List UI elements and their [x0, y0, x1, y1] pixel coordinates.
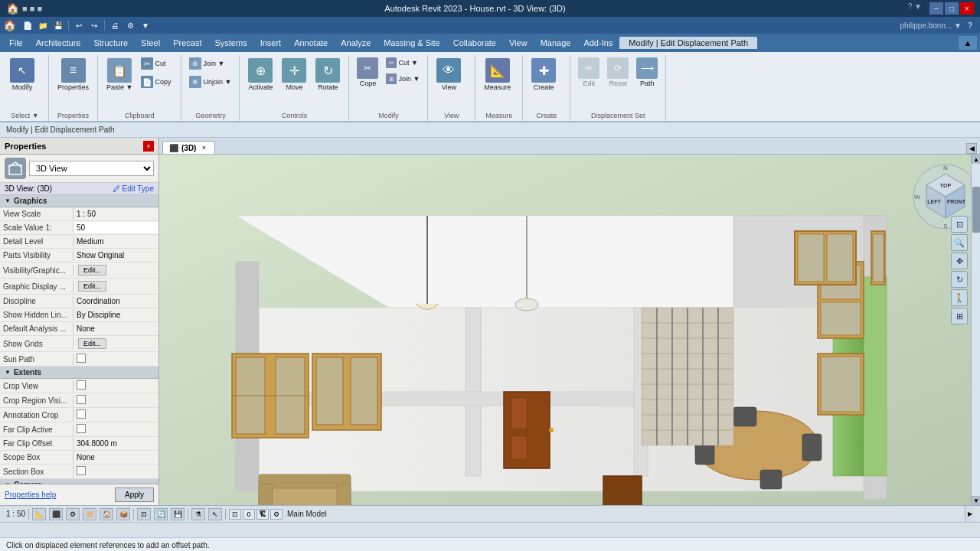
- ribbon-group-properties: ≡ Properties Properties: [51, 55, 98, 121]
- panel-collapse-button[interactable]: ◀: [966, 143, 977, 154]
- far-clip-active-checkbox[interactable]: [77, 424, 86, 433]
- minimize-button[interactable]: −: [929, 2, 943, 15]
- status-0-btn[interactable]: 0: [243, 509, 255, 520]
- qa-print[interactable]: 🖨: [108, 18, 122, 32]
- menu-manage[interactable]: Manage: [534, 37, 577, 49]
- status-workset-btn[interactable]: ⊡: [229, 509, 241, 520]
- menu-architecture[interactable]: Architecture: [30, 37, 87, 49]
- menu-insert[interactable]: Insert: [254, 37, 288, 49]
- properties-table: ▼ Graphics View Scale 1 : 50 Scale Value…: [0, 195, 158, 484]
- status-crop-btn[interactable]: 🏠: [100, 508, 113, 520]
- qa-new[interactable]: 📄: [21, 18, 34, 32]
- qa-redo[interactable]: ↪: [87, 18, 101, 32]
- svg-rect-49: [821, 357, 861, 412]
- edit-displacement-button[interactable]: ✏ Edit: [575, 55, 603, 90]
- menu-addins[interactable]: Add-Ins: [577, 37, 619, 49]
- menu-modify-active[interactable]: Modify | Edit Displacement Path: [619, 37, 757, 49]
- graphic-display-edit-button[interactable]: Edit...: [78, 281, 106, 292]
- viewcube[interactable]: N S E W TOP FRONT LEFT: [911, 162, 972, 223]
- scroll-down-button[interactable]: ▼: [972, 496, 980, 505]
- zoom-fit-button[interactable]: ⊡: [951, 216, 968, 233]
- copy-button[interactable]: 📄 Copy: [138, 73, 176, 90]
- scroll-thumb-v[interactable]: [972, 187, 980, 233]
- orbit-button[interactable]: ↻: [951, 271, 968, 288]
- status-model-btn[interactable]: 📐: [32, 508, 46, 520]
- status-model-icon[interactable]: 🏗: [256, 509, 269, 520]
- properties-close-button[interactable]: ×: [143, 141, 154, 152]
- status-design-icon[interactable]: ⚙: [270, 509, 283, 520]
- main-area: Properties × 3D View 3D View: (3D) 🖉 Edi…: [0, 138, 980, 505]
- crop-region-checkbox[interactable]: [77, 395, 86, 404]
- qa-settings[interactable]: ⚙: [123, 18, 137, 32]
- visibility-edit-button[interactable]: Edit...: [78, 265, 106, 276]
- cut-ribbon-button[interactable]: ✂ Cut ▼: [383, 55, 423, 70]
- viewport[interactable]: N S E W TOP FRONT LEFT ⊡: [159, 155, 980, 505]
- properties-ribbon-button[interactable]: ≡ Properties: [54, 55, 93, 94]
- status-filter-btn[interactable]: ⚗: [191, 508, 205, 520]
- menu-precast[interactable]: Precast: [167, 37, 207, 49]
- paste-button[interactable]: 📋 Paste ▼: [103, 55, 136, 94]
- zoom-in-button[interactable]: 🔍: [951, 234, 968, 251]
- menu-collaborate[interactable]: Collaborate: [447, 37, 502, 49]
- activate-button[interactable]: ⊕ Activate: [244, 55, 276, 94]
- scroll-track-v: [972, 164, 980, 496]
- prop-view-scale: View Scale 1 : 50: [0, 207, 158, 221]
- qa-help[interactable]: ?: [963, 18, 977, 32]
- viewport-scrollbar-v[interactable]: ▲ ▼: [971, 155, 980, 505]
- reset-displacement-button[interactable]: ⟳ Reset: [604, 55, 632, 90]
- status-select-btn[interactable]: ↖: [208, 508, 222, 520]
- status-render-btn[interactable]: 🔆: [83, 508, 96, 520]
- rotate-button[interactable]: ↻ Rotate: [312, 55, 344, 94]
- view-tab-3d[interactable]: ⬛ (3D) ×: [162, 141, 215, 154]
- status-sync-btn[interactable]: 🔄: [154, 508, 168, 520]
- section-box-checkbox[interactable]: [77, 466, 86, 475]
- join-ribbon-button[interactable]: ⊞ Join ▼: [383, 71, 423, 86]
- menu-massing[interactable]: Massing & Site: [377, 37, 446, 49]
- close-button[interactable]: ×: [960, 2, 974, 15]
- menu-systems[interactable]: Systems: [208, 37, 253, 49]
- menu-steel[interactable]: Steel: [135, 37, 166, 49]
- cope-button[interactable]: ✂ Cope: [354, 55, 381, 90]
- measure-button[interactable]: 📐 Measure: [480, 55, 514, 94]
- qa-open[interactable]: 📁: [36, 18, 50, 32]
- menu-structure[interactable]: Structure: [87, 37, 134, 49]
- status-shadows-btn[interactable]: ⚙: [66, 508, 80, 520]
- view-ribbon-button[interactable]: 👁 View: [433, 55, 465, 94]
- qa-save[interactable]: 💾: [51, 18, 65, 32]
- status-reveal-btn[interactable]: 📦: [116, 508, 130, 520]
- walk-button[interactable]: 🚶: [951, 289, 968, 306]
- pan-button[interactable]: ✥: [951, 253, 968, 269]
- svg-text:N: N: [943, 165, 948, 171]
- section-button[interactable]: ⊞: [951, 308, 968, 324]
- modify-button[interactable]: ↖ Modify: [6, 55, 38, 94]
- ribbon-toggle[interactable]: ▲: [959, 36, 977, 50]
- maximize-button[interactable]: □: [945, 2, 959, 15]
- status-bar-scroll[interactable]: ▶: [965, 506, 974, 522]
- menu-file[interactable]: File: [3, 37, 29, 49]
- status-thin-lines-btn[interactable]: ⬛: [49, 508, 63, 520]
- status-workset-icon[interactable]: ⊡: [137, 508, 151, 520]
- qa-dropdown[interactable]: ▼: [139, 18, 152, 32]
- show-grids-edit-button[interactable]: Edit...: [78, 338, 106, 349]
- svg-rect-52: [827, 234, 853, 282]
- status-save-btn[interactable]: 💾: [171, 508, 185, 520]
- cut-button[interactable]: ✂ Cut: [138, 55, 176, 72]
- menu-annotate[interactable]: Annotate: [288, 37, 334, 49]
- qa-undo[interactable]: ↩: [72, 18, 86, 32]
- crop-view-checkbox[interactable]: [77, 380, 86, 390]
- apply-button[interactable]: Apply: [115, 487, 154, 502]
- view-tab-close-button[interactable]: ×: [199, 143, 208, 152]
- annotation-crop-checkbox[interactable]: [77, 409, 86, 419]
- scroll-up-button[interactable]: ▲: [972, 155, 980, 164]
- path-displacement-button[interactable]: ⟶ Path: [633, 55, 661, 90]
- menu-analyze[interactable]: Analyze: [335, 37, 377, 49]
- properties-help-link[interactable]: Properties help: [5, 491, 56, 499]
- edit-type-link[interactable]: 🖉 Edit Type: [113, 184, 154, 193]
- create-button[interactable]: ✚ Create: [528, 55, 560, 94]
- move-controls-button[interactable]: ✛ Move: [278, 55, 310, 94]
- unjoin-button[interactable]: ⊗ Unjoin ▼: [186, 73, 234, 90]
- menu-view[interactable]: View: [503, 37, 534, 49]
- join-button[interactable]: ⊕ Join ▼: [186, 55, 227, 72]
- sun-path-checkbox[interactable]: [77, 354, 86, 363]
- type-dropdown[interactable]: 3D View: [29, 161, 154, 176]
